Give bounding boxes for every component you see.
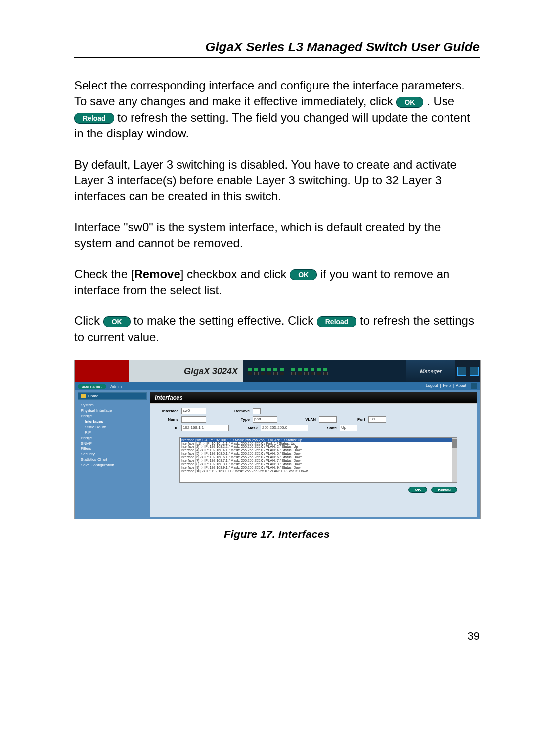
user-value: Admin [110,384,122,389]
home-label: Home [88,394,98,398]
list-item[interactable]: Interface [7] -> IP: 192.168.7.1 / Mask:… [181,459,456,462]
list-item[interactable]: Interface [6] -> IP: 192.168.6.1 / Mask:… [181,455,456,459]
nav-snmp[interactable]: SNMP [78,441,147,446]
nav-bridge-2[interactable]: Bridge [78,435,147,441]
ok-button-inline-3: OK [103,316,131,327]
top-right-icons [455,360,480,382]
interface-form: Interface sw0 Remove Name Type port VLAN [150,404,477,435]
list-item[interactable]: Interface [5] -> IP: 192.168.5.1 / Mask:… [181,452,456,455]
scrollbar[interactable] [452,438,457,482]
paragraph-5: Click OK to make the setting effective. … [74,313,480,345]
list-item[interactable]: Interface [9] -> IP: 192.168.9.1 / Mask:… [181,466,456,469]
nav-statistics-chart[interactable]: Statistics Chart [78,457,147,462]
figure-caption: Figure 17. Interfaces [74,528,480,541]
help-link[interactable]: Help [443,383,451,389]
screenshot-topbar: GigaX 3024X Manager [75,360,480,382]
text: Check the [ [74,267,134,281]
top-nav-links: Logout | Help | About [426,383,477,389]
paragraph-1: Select the corresponding interface and c… [74,78,480,142]
state-label: State [319,426,337,430]
paragraph-3: Interface "sw0" is the system interface,… [74,220,480,252]
vlan-label: VLAN [298,417,316,422]
port-indicator-panel [243,360,406,382]
nav-interfaces[interactable]: Interfaces [78,419,147,424]
folder-icon [81,394,86,398]
type-select[interactable]: port [253,416,277,423]
type-label: Type [232,417,250,422]
page-header: GigaX Series L3 Managed Switch User Guid… [74,40,480,58]
nav-security[interactable]: Security [78,451,147,457]
panel-title: Interfaces [150,392,477,404]
ip-label: IP [155,426,178,430]
nav-static-route[interactable]: Static Route [78,424,147,430]
port-label: Port [353,417,365,422]
reload-button-inline-2: Reload [317,316,357,327]
content-panel: Interfaces Interface sw0 Remove Name Typ… [150,392,477,517]
logout-link[interactable]: Logout [426,383,438,389]
manager-label: Manager [406,360,455,382]
list-item[interactable]: Interface [8] -> IP: 192.168.8.1 / Mask:… [181,462,456,466]
page-number: 39 [74,630,480,643]
port-select[interactable]: 1/1 [368,416,386,423]
ok-button[interactable]: OK [408,487,427,493]
refresh-icon[interactable] [470,367,479,376]
nav-filters[interactable]: Filters [78,446,147,451]
list-item[interactable]: Interface [10] -> IP: 192.168.10.1 / Mas… [181,469,456,473]
user-label: user name : [78,384,106,389]
reload-button-inline-1: Reload [74,113,114,124]
vlan-input[interactable] [319,416,337,423]
save-icon[interactable] [457,367,466,376]
list-item[interactable]: Interface [2] -> IP: 192.168.2.2 / Mask:… [181,445,456,448]
interfaces-listbox[interactable]: Interface [sw0] -> IP: 192.168.1.1 / Mas… [179,437,457,483]
name-input[interactable] [181,416,206,423]
remove-checkbox[interactable] [253,408,261,414]
mask-input[interactable]: 255.255.255.0 [261,425,308,431]
about-link[interactable]: About [456,383,466,389]
interface-label: Interface [155,409,178,413]
text: to make the setting effective. Click [134,314,316,327]
text: to refresh the setting. The field you ch… [74,111,470,140]
state-select[interactable]: Up [340,425,357,431]
header-title: GigaX Series L3 Managed Switch User Guid… [205,40,480,54]
paragraph-4: Check the [Remove] checkbox and click OK… [74,267,480,299]
ok-button-inline-2: OK [290,269,317,280]
paragraph-2: By default, Layer 3 switching is disable… [74,157,480,205]
nav-save-configuration[interactable]: Save Configuration [78,462,147,468]
list-item[interactable]: Interface [4] -> IP: 192.168.4.1 / Mask:… [181,448,456,452]
reload-button[interactable]: Reload [431,487,457,493]
remove-label: Remove [232,409,250,413]
user-bar: user name : Admin Logout | Help | About [75,382,480,390]
text: . Use [427,94,454,108]
ok-button-inline-1: OK [396,97,423,108]
text: ] checkbox and click [180,267,290,281]
device-thumbnail [75,360,129,382]
name-label: Name [155,417,178,422]
nav-physical-interface[interactable]: Physical Interface [78,408,147,413]
interfaces-screenshot: GigaX 3024X Manager [74,360,481,519]
mask-label: Mask [240,426,258,430]
text: Click [74,314,103,327]
nav-bridge[interactable]: Bridge [78,413,147,419]
sidebar-home[interactable]: Home [78,392,147,400]
remove-bold: Remove [134,267,180,281]
brand-label: GigaX 3024X [129,360,243,382]
nav-rip[interactable]: RIP [78,430,147,435]
collapse-icon[interactable] [471,383,477,389]
ip-input[interactable]: 192.168.1.1 [181,425,229,431]
list-item[interactable]: Interface [L1] -> IP: 10.10.11.1 / Mask:… [181,442,456,445]
interface-select[interactable]: sw0 [181,408,206,414]
nav-system[interactable]: System [78,402,147,408]
list-item[interactable]: Interface [sw0] -> IP: 192.168.1.1 / Mas… [181,438,456,442]
sidebar: Home System Physical Interface Bridge In… [75,390,150,519]
